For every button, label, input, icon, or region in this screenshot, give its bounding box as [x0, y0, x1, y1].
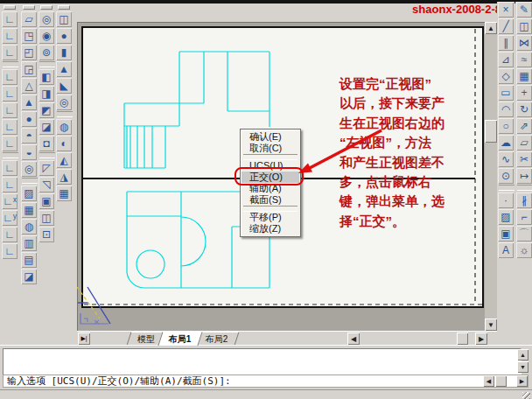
array-icon[interactable]: ▦ [516, 68, 532, 84]
tab-layout1[interactable]: 布局1 [158, 332, 202, 346]
text-icon[interactable]: A [498, 242, 514, 258]
menu-separator[interactable] [243, 154, 298, 160]
construction-line-icon[interactable]: × [498, 2, 514, 18]
arc-icon[interactable]: ◠ [498, 102, 514, 117]
apply-ucs-icon[interactable]: ∟ [2, 243, 18, 259]
x-axis-rotate-ucs-icon[interactable]: ∟ˣ [2, 193, 18, 209]
3point-ucs-icon[interactable]: ∟ [2, 119, 18, 135]
scale-icon[interactable]: ⇗ [516, 118, 532, 134]
pyramid-icon[interactable]: △ [21, 78, 37, 94]
origin-ucs-icon[interactable]: ∟ [2, 86, 18, 102]
cmd-scroll-down-button[interactable]: ▼ [517, 361, 528, 373]
3d-mesh-icon[interactable]: ▦ [21, 202, 37, 218]
menu-item-confirm[interactable]: 确认(E) [242, 131, 299, 143]
toolbar-grip[interactable] [23, 5, 35, 10]
toolbar-separator[interactable] [517, 185, 532, 191]
toolbar-separator[interactable] [3, 152, 18, 158]
toolbar-separator[interactable] [3, 61, 18, 67]
copy-faces-icon[interactable]: ◹ [38, 177, 54, 192]
view-ucs-icon[interactable]: ∟ [2, 177, 18, 192]
circle-icon[interactable]: ○ [498, 118, 514, 134]
extend-icon[interactable]: ↦ [516, 168, 532, 184]
materials-icon[interactable]: ◍ [56, 119, 72, 135]
move-faces-icon[interactable]: ◨ [38, 86, 54, 102]
mapping-icon[interactable]: ◮ [56, 169, 72, 185]
ucs-previous-icon[interactable]: ∟ [2, 45, 18, 60]
rectangle-icon[interactable]: ▭ [498, 85, 514, 101]
hide-icon[interactable]: ◫ [56, 11, 72, 27]
z-axis-rotate-ucs-icon[interactable]: ∟ [2, 227, 18, 242]
cmd-hscroll-left-button[interactable]: ◀ [483, 375, 494, 387]
tab-last-button[interactable]: ▶| [78, 332, 90, 345]
scroll-down-button[interactable]: ▼ [485, 318, 497, 331]
region-icon[interactable]: ▣ [498, 226, 514, 242]
copy-edges-icon[interactable]: ◫ [38, 210, 54, 226]
3d-face-icon[interactable]: ◳ [21, 28, 37, 44]
cmd-scroll-up-button[interactable]: ▲ [517, 349, 528, 360]
hscroll-left-button[interactable]: ◀ [347, 332, 360, 345]
torus-surface-icon[interactable]: ◎ [21, 161, 37, 177]
tabulated-surface-icon[interactable]: ▥ [21, 235, 37, 251]
imprint-icon[interactable]: ⊡ [38, 227, 54, 242]
hscroll-thumb[interactable] [457, 332, 468, 345]
stretch-icon[interactable]: ▱ [516, 135, 532, 150]
revision-cloud-icon[interactable]: ☁ [498, 135, 514, 150]
hscroll-right-button[interactable]: ▶ [475, 332, 487, 345]
polygon-icon[interactable]: ◇ [498, 68, 514, 84]
menu-item-pan[interactable]: 平移(P) [242, 212, 299, 223]
edge-icon[interactable]: ▨ [21, 186, 37, 201]
copy-icon[interactable]: ◫ [516, 18, 532, 34]
toolbar-separator[interactable] [57, 111, 73, 117]
toolbar-separator[interactable] [499, 185, 514, 191]
menu-separator[interactable] [243, 206, 298, 212]
scroll-up-button[interactable]: ▲ [485, 22, 497, 34]
erase-icon[interactable]: ✎ [516, 2, 532, 18]
offset-icon[interactable]: ≈ [516, 52, 532, 67]
ruled-surface-icon[interactable]: ▤ [21, 252, 37, 268]
toolbar-separator[interactable] [39, 152, 55, 158]
wedge-surface-icon[interactable]: ◲ [21, 61, 37, 77]
taper-faces-icon[interactable]: ◸ [38, 160, 54, 176]
command-history[interactable]: 输入视图名: bUCSVIEW = 1 UCS 将与视图一起保存 [3, 348, 522, 375]
break-icon[interactable]: ∦ [516, 192, 532, 208]
world-ucs-icon[interactable]: ∟ [2, 69, 18, 85]
scenes-icon[interactable]: ◭ [56, 152, 72, 168]
object-ucs-icon[interactable]: ∟ [2, 136, 18, 151]
color-faces-icon[interactable]: ▣ [38, 193, 54, 209]
trim-icon[interactable]: ✂ [516, 151, 532, 167]
offset-faces-icon[interactable]: ◩ [38, 102, 54, 118]
union-icon[interactable]: ◎ [38, 11, 54, 27]
chamfer-icon[interactable]: ⌐ [516, 209, 532, 225]
dish-icon[interactable]: ◒ [21, 144, 37, 160]
y-axis-rotate-ucs-icon[interactable]: ∟ʸ [2, 210, 18, 226]
menu-item-section[interactable]: 截面(S) [242, 194, 299, 206]
lights-icon[interactable]: ◐ [56, 136, 72, 151]
point-icon[interactable]: · [498, 192, 514, 208]
torus-icon[interactable]: ◎ [56, 94, 72, 110]
edge-surface-icon[interactable]: ◪ [21, 269, 37, 284]
extrude-faces-icon[interactable]: ◧ [38, 69, 54, 85]
subtract-icon[interactable]: ◉ [38, 28, 54, 44]
line-icon[interactable]: ╱ [498, 18, 514, 34]
explode-icon[interactable]: ☼ [516, 242, 532, 258]
command-prompt[interactable]: 输入选项 [UCS(U)/正交(O)/辅助(A)/截面(S)]: [3, 374, 528, 388]
wedge-icon[interactable]: ◣ [56, 78, 72, 94]
toolbar-grip[interactable] [4, 5, 16, 10]
resize-grip[interactable] [522, 392, 530, 399]
polyline-icon[interactable]: ⊿ [498, 52, 514, 67]
hatch-icon[interactable]: ▨ [498, 209, 514, 225]
spline-icon[interactable]: ∿ [498, 151, 514, 167]
mirror-icon[interactable]: ⋈ [516, 35, 532, 51]
menu-item-cancel[interactable]: 取消(C) [242, 143, 299, 154]
menu-item-zoom[interactable]: 缩放(Z) [242, 223, 299, 234]
sphere-surface-icon[interactable]: ● [21, 111, 37, 127]
intersect-icon[interactable]: ⊚ [38, 45, 54, 60]
cmd-hscroll-thumb[interactable] [495, 375, 507, 387]
2d-solid-icon[interactable]: ▱ [21, 11, 37, 27]
delete-faces-icon[interactable]: ◪ [38, 119, 54, 135]
move-icon[interactable]: + [516, 85, 532, 101]
fillet-icon[interactable]: ⌒ [516, 226, 532, 242]
multiline-icon[interactable]: ∥ [498, 35, 514, 51]
cmd-hscroll-right-button[interactable]: ▶ [516, 375, 528, 387]
toolbar-separator[interactable] [39, 61, 55, 67]
